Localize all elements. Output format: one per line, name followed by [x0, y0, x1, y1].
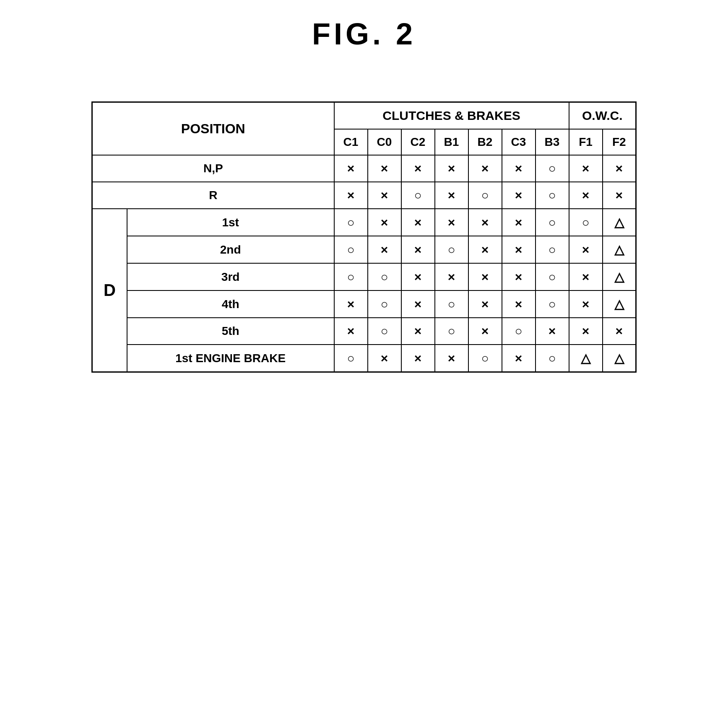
header-row-1: POSITION CLUTCHES & BRAKES O.W.C.	[92, 102, 636, 130]
eb-c2: ×	[401, 345, 435, 372]
eb-c0: ×	[368, 345, 401, 372]
1st-b3: ○	[536, 209, 569, 236]
5th-c3: ○	[502, 318, 536, 345]
col-c0: C0	[368, 129, 401, 155]
np-c3: ×	[502, 155, 536, 182]
1st-b2: ×	[468, 209, 502, 236]
r-c0: ×	[368, 182, 401, 209]
row-3rd: 3rd ○ ○ × × × × ○ × △	[92, 263, 636, 290]
col-b3: B3	[536, 129, 569, 155]
2nd-f2: △	[603, 236, 636, 263]
2nd-c1: ○	[334, 236, 368, 263]
2nd-b2: ×	[468, 236, 502, 263]
3rd-f2: △	[603, 263, 636, 290]
page-title: FIG. 2	[312, 17, 416, 51]
pos-d: D	[92, 209, 127, 372]
eb-c1: ○	[334, 345, 368, 372]
pos-4th: 4th	[127, 290, 334, 318]
eb-c3: ×	[502, 345, 536, 372]
r-b3: ○	[536, 182, 569, 209]
r-f2: ×	[603, 182, 636, 209]
3rd-b3: ○	[536, 263, 569, 290]
3rd-f1: ×	[569, 263, 603, 290]
4th-b2: ×	[468, 290, 502, 318]
4th-c2: ×	[401, 290, 435, 318]
table-wrapper: POSITION CLUTCHES & BRAKES O.W.C. C1 C0 …	[91, 101, 637, 373]
position-header: POSITION	[92, 102, 334, 156]
4th-c3: ×	[502, 290, 536, 318]
col-b2: B2	[468, 129, 502, 155]
1st-c0: ×	[368, 209, 401, 236]
row-1st-engine-brake: 1st ENGINE BRAKE ○ × × × ○ × ○ △ △	[92, 345, 636, 372]
5th-b1: ○	[435, 318, 468, 345]
3rd-c2: ×	[401, 263, 435, 290]
1st-c1: ○	[334, 209, 368, 236]
4th-c1: ×	[334, 290, 368, 318]
row-5th: 5th × ○ × ○ × ○ × × ×	[92, 318, 636, 345]
row-1st: D 1st ○ × × × × × ○ ○ △	[92, 209, 636, 236]
np-b3: ○	[536, 155, 569, 182]
3rd-b2: ×	[468, 263, 502, 290]
2nd-c2: ×	[401, 236, 435, 263]
2nd-c0: ×	[368, 236, 401, 263]
clutches-header: CLUTCHES & BRAKES	[334, 102, 569, 130]
col-c3: C3	[502, 129, 536, 155]
pos-1st-eb: 1st ENGINE BRAKE	[127, 345, 334, 372]
eb-b3: ○	[536, 345, 569, 372]
r-f1: ×	[569, 182, 603, 209]
5th-f1: ×	[569, 318, 603, 345]
4th-c0: ○	[368, 290, 401, 318]
row-np: N,P × × × × × × ○ × ×	[92, 155, 636, 182]
2nd-b3: ○	[536, 236, 569, 263]
2nd-b1: ○	[435, 236, 468, 263]
3rd-c1: ○	[334, 263, 368, 290]
eb-f1: △	[569, 345, 603, 372]
col-b1: B1	[435, 129, 468, 155]
5th-c2: ×	[401, 318, 435, 345]
pos-r: R	[92, 182, 334, 209]
row-4th: 4th × ○ × ○ × × ○ × △	[92, 290, 636, 318]
2nd-f1: ×	[569, 236, 603, 263]
r-c3: ×	[502, 182, 536, 209]
col-c1: C1	[334, 129, 368, 155]
1st-c3: ×	[502, 209, 536, 236]
r-c2: ○	[401, 182, 435, 209]
np-c0: ×	[368, 155, 401, 182]
eb-b1: ×	[435, 345, 468, 372]
col-f2: F2	[603, 129, 636, 155]
col-c2: C2	[401, 129, 435, 155]
4th-f1: ×	[569, 290, 603, 318]
1st-f2: △	[603, 209, 636, 236]
5th-c1: ×	[334, 318, 368, 345]
pos-2nd: 2nd	[127, 236, 334, 263]
pos-3rd: 3rd	[127, 263, 334, 290]
row-r: R × × ○ × ○ × ○ × ×	[92, 182, 636, 209]
np-b2: ×	[468, 155, 502, 182]
1st-c2: ×	[401, 209, 435, 236]
3rd-c3: ×	[502, 263, 536, 290]
r-b1: ×	[435, 182, 468, 209]
eb-f2: △	[603, 345, 636, 372]
2nd-c3: ×	[502, 236, 536, 263]
1st-f1: ○	[569, 209, 603, 236]
5th-f2: ×	[603, 318, 636, 345]
4th-b1: ○	[435, 290, 468, 318]
np-f2: ×	[603, 155, 636, 182]
4th-b3: ○	[536, 290, 569, 318]
5th-b3: ×	[536, 318, 569, 345]
pos-5th: 5th	[127, 318, 334, 345]
1st-b1: ×	[435, 209, 468, 236]
3rd-b1: ×	[435, 263, 468, 290]
pos-1st: 1st	[127, 209, 334, 236]
5th-b2: ×	[468, 318, 502, 345]
3rd-c0: ○	[368, 263, 401, 290]
np-f1: ×	[569, 155, 603, 182]
4th-f2: △	[603, 290, 636, 318]
np-c1: ×	[334, 155, 368, 182]
main-table: POSITION CLUTCHES & BRAKES O.W.C. C1 C0 …	[91, 101, 637, 373]
row-2nd: 2nd ○ × × ○ × × ○ × △	[92, 236, 636, 263]
owc-header: O.W.C.	[569, 102, 636, 130]
r-c1: ×	[334, 182, 368, 209]
np-c2: ×	[401, 155, 435, 182]
5th-c0: ○	[368, 318, 401, 345]
